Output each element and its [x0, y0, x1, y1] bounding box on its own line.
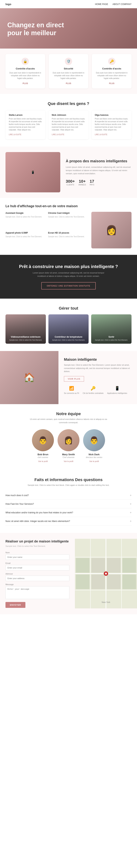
faq-item-4[interactable]: Nunc sit amet nibh dolor. Integer iaculi…	[5, 517, 132, 526]
svg-point-16	[105, 573, 107, 575]
form-message-input[interactable]	[5, 586, 70, 599]
team-member-2: 👩 Mary Smith Chef urbaniste Voir le prof…	[57, 429, 80, 463]
feature-link-3[interactable]: PLUS	[109, 82, 115, 85]
team-link-1[interactable]: Voir le profil	[38, 460, 48, 462]
svg-rect-9	[91, 575, 105, 589]
faq-expand-icon-1: +	[130, 494, 132, 497]
feature-desc-1: Duis aute irure dolor in reprehenderit i…	[8, 71, 42, 80]
manage-card-content-1: Vidéosurveillance extérieure Sample text…	[5, 314, 46, 344]
feature-link-2[interactable]: PLUS	[66, 82, 71, 85]
faq-description: Sample text. Click to select the text bl…	[5, 484, 132, 487]
feature-title-2: Sécurité	[52, 67, 86, 70]
hub-item-1: Assistant Google Sample text. Click to s…	[5, 212, 45, 229]
testimonial-link-3[interactable]: LIRE LA SUITE	[95, 133, 107, 135]
wifi-icon: 📶	[64, 386, 79, 391]
smart-features-row: 📶 Se connecte au Fil 🔑 Clé de fenêtre ce…	[64, 386, 132, 398]
manage-card-text-3: Sample text. Click to select the Text El…	[94, 339, 129, 341]
faq-item-3[interactable]: What education and/or training do you ha…	[5, 508, 132, 517]
hero-section: Changez en direct pour le meilleur	[0, 8, 137, 49]
testimonial-text-1: Proin sed libero enim sed faucibus turpi…	[9, 118, 42, 131]
smart-feature-label-3: Applications intelligentes	[107, 392, 127, 395]
hub-content: Assistant Google Sample text. Click to s…	[5, 212, 132, 248]
team-heading: Notre équipe	[5, 411, 132, 416]
team-link-2[interactable]: Voir le profil	[64, 460, 73, 462]
nav-about[interactable]: ABOUT COMPANY	[112, 3, 132, 5]
contact-heading: Réaliser un projet de maison intelligent…	[5, 539, 70, 544]
faq-item-1[interactable]: How much does it cost? +	[5, 491, 132, 500]
svg-rect-10	[107, 575, 121, 589]
manage-card-3: Sortir Sample text. Click to select the …	[91, 314, 132, 344]
stat-3: 17 PAYS	[90, 179, 94, 186]
smart-about-section: 📱 À propos des maisons intelligentes Lor…	[0, 147, 137, 198]
faq-question-3: What education and/or training do you ha…	[5, 511, 73, 514]
nav-home[interactable]: HOME PAGE	[95, 3, 108, 5]
smart-feature-2: 🔑 Clé de fenêtre centralisée	[83, 386, 103, 398]
woman-icon: 👩	[106, 225, 117, 236]
form-name-label: Nom	[5, 552, 70, 554]
feature-icon-2: 🛡️	[65, 58, 72, 65]
stat-num-3: 17	[90, 179, 94, 184]
form-email-label: Email	[5, 562, 70, 564]
form-submit-button[interactable]: ENVOYER	[5, 602, 26, 608]
manage-card-title-2: Contrôleur de température	[51, 336, 86, 338]
contact-section: Réaliser un projet de maison intelligent…	[0, 533, 137, 614]
feature-link-1[interactable]: PLUS	[22, 82, 28, 85]
manage-heading: Gérer tout	[5, 306, 132, 311]
form-email-group: Email	[5, 562, 70, 570]
manage-card-title-3: Sortir	[94, 336, 129, 338]
team-name-2: Mary Smith	[57, 453, 80, 456]
features-section: 🔒 Contrôle d'accès Duis aute irure dolor…	[0, 49, 137, 94]
testimonials-heading: Que disent les gens ?	[5, 101, 132, 106]
phone-icon: 📱	[31, 170, 35, 174]
cta-button[interactable]: OBTENEZ UNE ESTIMATION GRATUITE	[41, 282, 96, 289]
smart-info-section: 🏠 Maison intelligente Sample text. Click…	[0, 351, 137, 404]
stats-row: 300+ CLIENTS 10+ ANNÉES 17 PAYS	[66, 179, 132, 186]
manage-card-2: Contrôleur de température Sample text. C…	[48, 314, 89, 344]
form-message-group: Message	[5, 583, 70, 600]
contact-map: New York	[75, 533, 137, 614]
hub-item-text-1: Sample text. Click to select the Text El…	[5, 215, 45, 218]
testimonial-text-3: Proin sed libero enim sed faucibus turpi…	[95, 118, 128, 131]
voir-plus-button[interactable]: VOIR PLUS	[64, 376, 84, 382]
faq-item-2[interactable]: How Fast Are Your Services? +	[5, 500, 132, 508]
stat-2: 10+ ANNÉES	[79, 179, 86, 186]
manage-card-content-2: Contrôleur de température Sample text. C…	[48, 314, 89, 344]
form-address-input[interactable]	[5, 576, 70, 581]
smart-feature-label-1: Se connecte au Fil	[64, 392, 79, 395]
stat-label-1: CLIENTS	[66, 184, 75, 186]
feature-desc-3: Duis aute irure dolor in reprehenderit i…	[95, 71, 129, 80]
form-email-input[interactable]	[5, 565, 70, 570]
team-section: Notre équipe Ut enim ad minim veniam, qu…	[0, 404, 137, 470]
home-icon: 🏠	[24, 372, 35, 383]
smart-info-image: 🏠	[0, 351, 58, 404]
svg-text:New York: New York	[102, 601, 110, 603]
smart-about-image: 📱	[5, 152, 60, 192]
team-photo-3: 👨	[83, 429, 105, 451]
testimonials-row: Stella Larson Proin sed libero enim sed …	[5, 111, 132, 139]
nav-logo: logo	[5, 3, 11, 6]
testimonial-link-2[interactable]: LIRE LA SUITE	[52, 133, 64, 135]
nav-links: HOME PAGE ABOUT COMPANY	[95, 3, 132, 5]
stat-1: 300+ CLIENTS	[66, 179, 75, 186]
hub-item-title-1: Assistant Google	[5, 212, 45, 214]
team-member-3: 👨 Nick Dark directeur des ventes Voir le…	[83, 429, 105, 463]
stat-label-2: ANNÉES	[79, 184, 86, 186]
hub-grid: Assistant Google Sample text. Click to s…	[5, 212, 88, 248]
stat-label-3: PAYS	[90, 184, 94, 186]
team-name-3: Nick Dark	[83, 453, 105, 456]
team-link-3[interactable]: Voir le profil	[89, 460, 99, 462]
hub-heading: Le hub d'affichage tout-en-un de votre m…	[5, 204, 132, 208]
feature-icon-1: 🔒	[21, 58, 29, 65]
manage-section: Gérer tout Vidéosurveillance extérieure …	[0, 299, 137, 351]
svg-rect-11	[76, 558, 90, 573]
faq-question-4: Nunc sit amet nibh dolor. Integer iaculi…	[5, 520, 70, 523]
hub-section: Le hub d'affichage tout-en-un de votre m…	[0, 198, 137, 255]
faq-expand-icon-4: +	[130, 520, 132, 523]
form-name-input[interactable]	[5, 554, 70, 560]
svg-rect-7	[91, 558, 105, 573]
hub-item-title-4: Ecran HD 10 pouces	[48, 231, 88, 234]
smart-about-content: À propos des maisons intelligentes Lorem…	[66, 159, 132, 186]
testimonial-link-1[interactable]: LIRE LA SUITE	[9, 133, 21, 135]
hub-item-2: Chrome Cast intégré Sample text. Click t…	[48, 212, 88, 229]
hub-item-4: Ecran HD 10 pouces Sample text. Click to…	[48, 231, 88, 248]
